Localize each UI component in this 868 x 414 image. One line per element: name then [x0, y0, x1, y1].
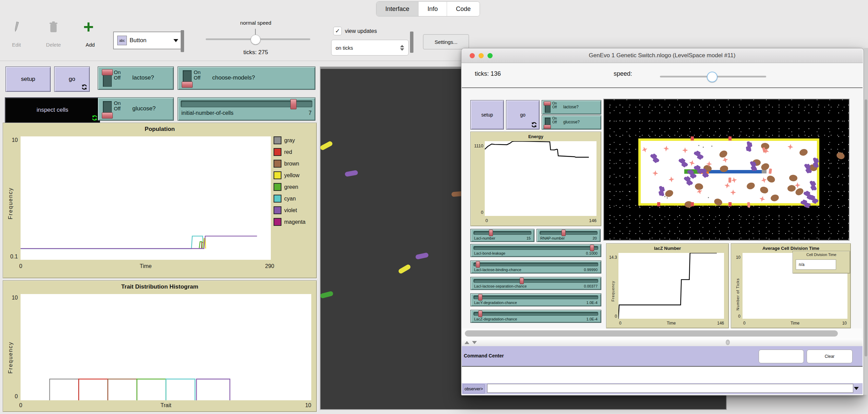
avg-ymin: 0	[735, 314, 740, 319]
delete-icon[interactable]	[48, 21, 59, 34]
population-plot-title: Population	[3, 126, 316, 133]
rnap-number-slider[interactable]: RNAP-number20	[537, 229, 601, 242]
command-center-title: Command Center	[464, 353, 504, 358]
mrna-speck	[711, 146, 712, 147]
bacterium-cell	[320, 141, 333, 151]
command-center-header: Command Center Clear	[462, 346, 863, 366]
setup-button[interactable]: setup	[5, 66, 51, 92]
genevo-vscroll-thumb[interactable]	[865, 99, 867, 356]
lacz-degradation-chance-slider[interactable]: LacZ-degradation-chance1.0E-4	[470, 310, 601, 323]
command-center-splitter[interactable]	[462, 339, 863, 346]
clear-button-label: Clear	[825, 354, 835, 359]
bacterium-cell	[320, 291, 334, 299]
cell-division-time-monitor: Cell Division Time n/a	[793, 251, 850, 273]
view-updates-checkbox[interactable]: ✓	[333, 27, 342, 35]
population-xmax: 290	[254, 263, 274, 269]
legend-swatch	[274, 171, 281, 179]
laci-lactose-binding-chance-slider[interactable]: LacI-lactose-binding-chance0.99990	[470, 260, 601, 273]
speed-slider-label: normal speed	[226, 20, 285, 26]
update-mode-select[interactable]: on ticks	[331, 40, 409, 56]
mrna-speck	[667, 197, 668, 198]
tab-bar: Interface Info Code	[376, 1, 480, 16]
lacy-degradation-chance-slider[interactable]: LacY-degradation-chance1.0E-4	[470, 293, 601, 306]
observer-prompt[interactable]: observer>	[463, 384, 485, 393]
legend-label: magenta	[284, 219, 305, 225]
edit-button[interactable]: Edit	[6, 42, 27, 48]
genevo-content-divider	[462, 87, 863, 88]
population-ymax: 10	[6, 137, 18, 143]
energy-xmax: 146	[583, 218, 596, 223]
lactose-fragment	[728, 178, 731, 183]
legend-item: magenta	[274, 218, 315, 226]
lactose-switch[interactable]: OnOfflactose?	[98, 66, 174, 90]
speed-slider-thumb[interactable]	[251, 35, 261, 45]
settings-button[interactable]: Settings...	[423, 34, 469, 49]
population-ylabel: Frequency	[8, 187, 14, 219]
genevo-go-label: go	[520, 112, 526, 118]
choose-models-switch[interactable]: OnOffchoose-models?	[178, 66, 315, 90]
genevo-lactose-switch[interactable]: OnOfflactose?	[542, 100, 601, 114]
tab-interface[interactable]: Interface	[376, 2, 419, 16]
trait-xmax: 10	[295, 402, 311, 409]
mrna-speck	[698, 145, 699, 146]
button-widget-icon: abc	[117, 36, 127, 45]
go-button[interactable]: go	[54, 66, 90, 92]
command-center-blank-button[interactable]	[759, 350, 804, 363]
splitter-down-icon[interactable]	[472, 341, 477, 344]
setup-button-label: setup	[21, 76, 35, 83]
monitor-value: n/a	[796, 259, 836, 270]
trait-histogram-title: Trait Distribution Histogram	[3, 283, 316, 290]
add-icon[interactable]: +	[83, 16, 94, 37]
genevo-titlebar[interactable]: GenEvo 1 Genetic Switch.nlogo (LevelSpac…	[461, 48, 863, 63]
splitter-up-icon[interactable]	[465, 341, 469, 344]
add-button[interactable]: Add	[80, 42, 100, 48]
legend-swatch	[274, 183, 281, 191]
inspect-cells-button[interactable]: inspect cells	[5, 97, 100, 123]
legend-swatch	[274, 195, 281, 203]
select-chevrons-icon	[400, 45, 404, 51]
widget-type-dropdown[interactable]: abc Button	[113, 32, 182, 49]
lacz-ylabel: Frequency	[611, 281, 615, 302]
edit-icon[interactable]	[11, 21, 22, 34]
speed-slider-center-tick	[255, 29, 256, 35]
genevo-glucose-switch[interactable]: OnOffglucose?	[542, 115, 601, 130]
legend-swatch	[274, 218, 281, 226]
legend-item: brown	[274, 160, 315, 168]
lacz-ymin: 0	[612, 314, 617, 319]
energy-plot-canvas	[485, 141, 596, 216]
legend-item: red	[274, 148, 315, 156]
membrane-transport-site	[691, 202, 694, 206]
command-input[interactable]	[487, 384, 853, 393]
lacz-xmax: 146	[710, 321, 724, 326]
trait-ylabel: Frequency	[8, 341, 14, 374]
legend-label: cyan	[284, 196, 296, 202]
legend-swatch	[274, 160, 281, 168]
population-legend: grayredbrownyellowgreencyanvioletmagenta	[274, 136, 315, 230]
clear-button[interactable]: Clear	[807, 350, 853, 363]
tab-info[interactable]: Info	[419, 2, 447, 16]
avg-ymax: 10	[732, 255, 740, 260]
initial-number-of-cells-slider[interactable]: initial-number-of-cells7	[178, 97, 315, 121]
laci-bond-leakage-slider[interactable]: LacI-bond-leakage0.1000	[470, 244, 601, 257]
splitter-grip-icon[interactable]	[726, 340, 730, 345]
mrna-speck	[703, 147, 704, 148]
genevo-speed-thumb[interactable]	[707, 72, 718, 82]
genevo-setup-button[interactable]: setup	[470, 100, 504, 130]
laci-lactose-separation-chance-slider[interactable]: LacI-lactose-separation-chance0.00377	[470, 277, 601, 290]
command-history-arrow-icon[interactable]	[854, 387, 859, 390]
legend-label: violet	[284, 207, 297, 214]
trait-xlabel: Trait	[21, 402, 311, 409]
widget-type-label: Button	[130, 37, 146, 44]
energy-ymax: 1110	[472, 143, 483, 148]
legend-swatch	[274, 206, 281, 214]
tab-code[interactable]: Code	[447, 2, 480, 16]
genevo-hscroll-thumb[interactable]	[465, 330, 838, 337]
genevo-go-button[interactable]: go	[506, 100, 540, 130]
delete-button[interactable]: Delete	[40, 42, 67, 48]
trait-histogram-canvas	[21, 294, 311, 400]
update-mode-value: on ticks	[336, 45, 353, 51]
legend-item: cyan	[274, 195, 315, 203]
glucose-switch[interactable]: OnOffglucose?	[98, 97, 174, 121]
laci-number-slider[interactable]: LacI-number15	[470, 229, 534, 242]
command-center-output[interactable]	[462, 366, 863, 384]
